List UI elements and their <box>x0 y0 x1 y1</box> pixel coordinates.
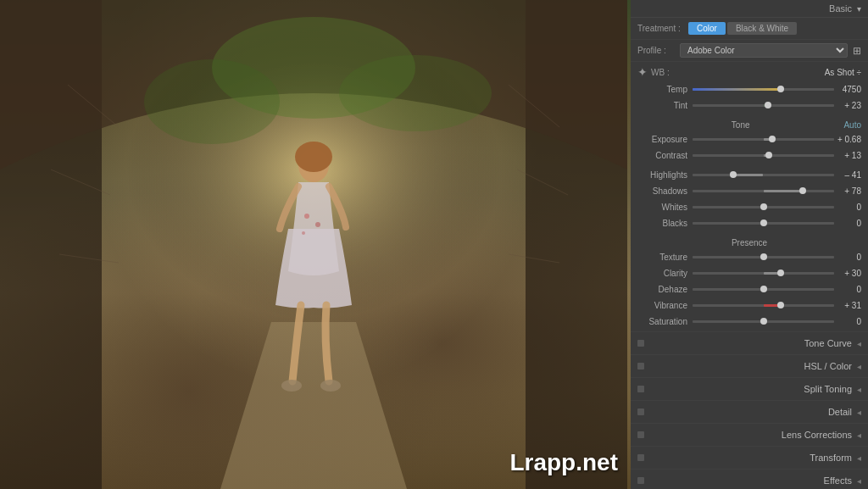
dehaze-label: Dehaze <box>637 285 693 294</box>
whites-value: 0 <box>834 203 861 212</box>
highlights-slider-row: Highlights – 41 <box>637 167 861 182</box>
shadows-value: + 78 <box>834 186 861 196</box>
exposure-label: Exposure <box>637 135 693 144</box>
saturation-thumb[interactable] <box>760 318 767 325</box>
texture-track[interactable] <box>693 256 834 258</box>
lens-label: Lens Corrections <box>649 430 852 440</box>
texture-value: 0 <box>834 253 861 262</box>
tint-slider-row: Tint + 23 <box>637 97 861 113</box>
detail-label: Detail <box>649 407 852 417</box>
tint-value: + 23 <box>834 101 861 110</box>
blacks-slider-row: Blacks 0 <box>637 215 861 231</box>
lens-corrections-section[interactable]: Lens Corrections ◂ <box>631 423 868 446</box>
auto-link[interactable]: Auto <box>843 120 861 130</box>
contrast-thumb[interactable] <box>765 152 772 158</box>
lens-bullet <box>637 431 644 438</box>
svg-point-11 <box>315 222 320 227</box>
whites-thumb[interactable] <box>760 203 767 210</box>
watermark: Lrapp.net <box>509 449 618 476</box>
highlights-track[interactable] <box>693 174 834 176</box>
blacks-track[interactable] <box>693 222 834 225</box>
hsl-section[interactable]: HSL / Color ◂ <box>631 354 868 377</box>
effects-bullet <box>637 477 644 484</box>
texture-thumb[interactable] <box>760 253 767 260</box>
panel-header[interactable]: Basic ▾ <box>631 0 868 18</box>
contrast-slider-row: Contrast + 13 <box>637 147 861 163</box>
shadows-thumb[interactable] <box>799 187 806 194</box>
highlights-thumb[interactable] <box>730 171 737 178</box>
color-button[interactable]: Color <box>688 22 726 35</box>
vibrance-thumb[interactable] <box>777 302 784 308</box>
contrast-track[interactable] <box>693 154 834 157</box>
eyedropper-icon[interactable]: ✦ <box>637 65 648 79</box>
exposure-track[interactable] <box>693 138 834 141</box>
temp-value: 4750 <box>834 85 861 94</box>
clarity-slider-row: Clarity + 30 <box>637 265 861 281</box>
grid-icon[interactable]: ⊞ <box>853 45 861 57</box>
shadows-slider-row: Shadows + 78 <box>637 183 861 198</box>
svg-point-12 <box>302 231 305 235</box>
panel-title: Basic <box>637 3 857 14</box>
whites-slider-row: Whites 0 <box>637 199 861 214</box>
tone-curve-label: Tone Curve <box>649 338 852 348</box>
tone-curve-section[interactable]: Tone Curve ◂ <box>631 331 868 354</box>
transform-arrow: ◂ <box>857 453 861 463</box>
whites-label: Whites <box>637 203 693 212</box>
wb-section: ✦ WB : As Shot ÷ Temp 4750 Tint + 23 <box>631 62 868 115</box>
effects-arrow: ◂ <box>857 476 861 486</box>
image-area: Lrapp.net <box>0 0 631 489</box>
exposure-value: + 0.68 <box>834 135 861 144</box>
temp-track[interactable] <box>693 88 834 91</box>
saturation-label: Saturation <box>637 317 693 326</box>
split-toning-bullet <box>637 386 644 392</box>
wb-label: WB : <box>651 68 825 77</box>
tone-curve-bullet <box>637 340 644 347</box>
clarity-track[interactable] <box>693 272 834 275</box>
dehaze-slider-row: Dehaze 0 <box>637 281 861 297</box>
detail-section[interactable]: Detail ◂ <box>631 400 868 423</box>
dehaze-thumb[interactable] <box>760 286 767 292</box>
tint-label: Tint <box>637 101 693 110</box>
tone-curve-arrow: ◂ <box>857 339 861 348</box>
treatment-label: Treatment : <box>637 24 688 33</box>
shadows-track[interactable] <box>693 190 834 192</box>
exposure-thumb[interactable] <box>769 136 776 142</box>
split-toning-section[interactable]: Split Toning ◂ <box>631 377 868 400</box>
transform-label: Transform <box>649 453 852 463</box>
clarity-thumb[interactable] <box>777 270 784 276</box>
vibrance-track[interactable] <box>693 304 834 307</box>
whites-track[interactable] <box>693 206 834 208</box>
shadows-label: Shadows <box>637 186 693 196</box>
temp-thumb[interactable] <box>777 86 784 92</box>
tint-thumb[interactable] <box>765 102 771 108</box>
wb-value[interactable]: As Shot ÷ <box>825 68 861 77</box>
dehaze-value: 0 <box>834 285 861 294</box>
profile-label: Profile : <box>637 46 680 55</box>
profile-select[interactable]: Adobe Color <box>680 43 848 58</box>
saturation-slider-row: Saturation 0 <box>637 314 861 329</box>
presence-title: Presence <box>637 235 861 249</box>
blacks-value: 0 <box>834 219 861 228</box>
transform-bullet <box>637 454 644 461</box>
detail-bullet <box>637 408 644 415</box>
blacks-thumb[interactable] <box>760 219 767 226</box>
lens-arrow: ◂ <box>857 431 861 440</box>
transform-section[interactable]: Transform ◂ <box>631 446 868 469</box>
tint-track[interactable] <box>693 104 834 107</box>
bw-button[interactable]: Black & White <box>727 22 797 35</box>
vibrance-label: Vibrance <box>637 301 693 310</box>
dehaze-track[interactable] <box>693 288 834 291</box>
saturation-value: 0 <box>834 317 861 326</box>
detail-arrow: ◂ <box>857 408 861 417</box>
effects-section[interactable]: Effects ◂ <box>631 469 868 489</box>
svg-point-7 <box>295 142 332 172</box>
contrast-value: + 13 <box>834 151 861 160</box>
photo <box>0 0 631 489</box>
treatment-row: Treatment : Color Black & White <box>631 18 868 40</box>
profile-row: Profile : Adobe Color ⊞ <box>631 40 868 62</box>
effects-label: Effects <box>649 475 852 486</box>
exposure-slider-row: Exposure + 0.68 <box>637 131 861 147</box>
right-panel: Basic ▾ Treatment : Color Black & White … <box>631 0 868 489</box>
temp-slider-row: Temp 4750 <box>637 81 861 97</box>
saturation-track[interactable] <box>693 320 834 323</box>
